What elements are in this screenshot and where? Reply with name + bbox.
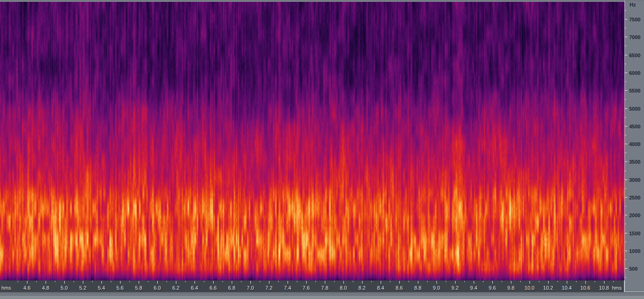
time-tick-label: 5.0: [60, 285, 67, 291]
freq-tick-minor: [625, 28, 626, 28]
freq-tick-label: 5500: [629, 88, 640, 93]
freq-tick-minor: [625, 259, 626, 260]
freq-tick-minor: [625, 10, 626, 11]
freq-tick-major: [625, 233, 627, 233]
time-tick-major: [27, 281, 27, 284]
time-tick-label: 9.6: [489, 285, 496, 291]
freq-tick-minor: [625, 99, 626, 100]
time-tick-label: 8.2: [358, 285, 365, 291]
freq-tick-minor: [625, 188, 626, 189]
time-tick-major: [83, 281, 83, 284]
time-tick-label: 4.6: [23, 285, 30, 291]
time-tick-minor: [557, 281, 558, 282]
freq-tick-label: 3000: [629, 177, 640, 183]
time-tick-minor: [315, 281, 316, 282]
time-tick-label: 6.8: [228, 285, 235, 291]
time-tick-major: [101, 281, 102, 284]
time-tick-major: [195, 281, 195, 284]
time-tick-major: [567, 281, 567, 284]
time-tick-minor: [446, 281, 446, 282]
freq-tick-major: [625, 73, 627, 73]
time-tick-label: 6.6: [209, 285, 216, 291]
time-tick-minor: [241, 281, 242, 282]
time-tick-minor: [222, 281, 223, 282]
time-tick-label: 10.8: [599, 285, 609, 291]
time-tick-minor: [36, 281, 37, 282]
freq-tick-minor: [625, 171, 626, 171]
time-tick-label: 5.8: [135, 285, 142, 291]
time-tick-minor: [464, 281, 465, 282]
frequency-ruler[interactable]: Hz 7500700065006000550050004500400035003…: [624, 0, 644, 292]
freq-tick-minor: [625, 206, 626, 206]
freq-tick-label: 1500: [629, 231, 640, 236]
time-tick-minor: [92, 281, 93, 282]
time-tick-label: 7.6: [302, 285, 309, 291]
time-tick-major: [120, 281, 121, 284]
freq-tick-major: [625, 90, 627, 91]
time-tick-label: 7.0: [247, 285, 254, 291]
time-tick-minor: [576, 281, 577, 282]
time-tick-minor: [204, 281, 204, 282]
time-tick-minor: [185, 281, 186, 282]
time-tick-minor: [539, 281, 539, 282]
freq-tick-major: [625, 179, 627, 180]
spectrogram-canvas[interactable]: [0, 2, 624, 280]
freq-tick-label: 3500: [629, 159, 640, 165]
time-tick-label: 7.2: [265, 285, 272, 291]
time-tick-minor: [148, 281, 148, 282]
freq-tick-major: [625, 144, 627, 144]
time-tick-major: [381, 281, 381, 284]
freq-tick-minor: [625, 153, 626, 153]
time-tick-major: [325, 281, 325, 284]
freq-tick-label: 2000: [629, 213, 640, 218]
freq-tick-major: [625, 197, 627, 198]
time-tick-label: 9.4: [470, 285, 477, 291]
freq-tick-major: [625, 126, 627, 126]
time-tick-label: 10.0: [524, 285, 534, 291]
time-tick-major: [157, 281, 158, 284]
time-tick-major: [362, 281, 362, 284]
time-tick-label: 10.6: [580, 285, 590, 291]
time-tick-label: 7.8: [321, 285, 328, 291]
freq-tick-minor: [625, 242, 626, 242]
freq-tick-label: 1000: [629, 248, 640, 254]
time-tick-major: [306, 281, 307, 284]
time-tick-major: [139, 281, 139, 284]
time-tick-minor: [483, 281, 483, 282]
freq-tick-major: [625, 251, 627, 251]
freq-tick-label: 2500: [629, 195, 640, 200]
time-tick-minor: [129, 281, 130, 282]
freq-tick-major: [625, 161, 627, 162]
freq-tick-minor: [625, 64, 626, 64]
time-tick-minor: [502, 281, 502, 282]
freq-tick-label: 6000: [629, 70, 640, 76]
time-tick-major: [530, 281, 530, 284]
time-tick-label: 5.6: [116, 285, 123, 291]
time-unit-label-left: hms: [1, 285, 11, 291]
freq-tick-minor: [625, 81, 626, 82]
freq-tick-minor: [625, 277, 626, 278]
time-tick-label: 9.0: [433, 285, 440, 291]
time-tick-minor: [427, 281, 428, 282]
time-ruler[interactable]: hms hms 4.64.85.05.25.45.65.86.06.26.46.…: [0, 280, 624, 292]
spectral-display-window: hms hms 4.64.85.05.25.45.65.86.06.26.46.…: [0, 0, 644, 299]
time-tick-label: 8.8: [414, 285, 421, 291]
time-tick-major: [492, 281, 493, 284]
time-tick-major: [176, 281, 176, 284]
time-tick-label: 9.8: [507, 285, 514, 291]
time-tick-minor: [353, 281, 353, 282]
time-tick-minor: [167, 281, 167, 282]
freq-tick-minor: [625, 135, 626, 135]
time-tick-label: 7.4: [284, 285, 291, 291]
time-tick-major: [455, 281, 456, 284]
time-tick-label: 9.2: [451, 285, 458, 291]
freq-tick-major: [625, 215, 627, 215]
time-tick-major: [232, 281, 232, 284]
time-tick-major: [213, 281, 214, 284]
time-tick-major: [585, 281, 586, 284]
time-tick-minor: [390, 281, 390, 282]
time-tick-minor: [334, 281, 335, 282]
time-tick-label: 5.4: [98, 285, 105, 291]
time-tick-minor: [260, 281, 260, 282]
time-tick-minor: [613, 281, 614, 282]
